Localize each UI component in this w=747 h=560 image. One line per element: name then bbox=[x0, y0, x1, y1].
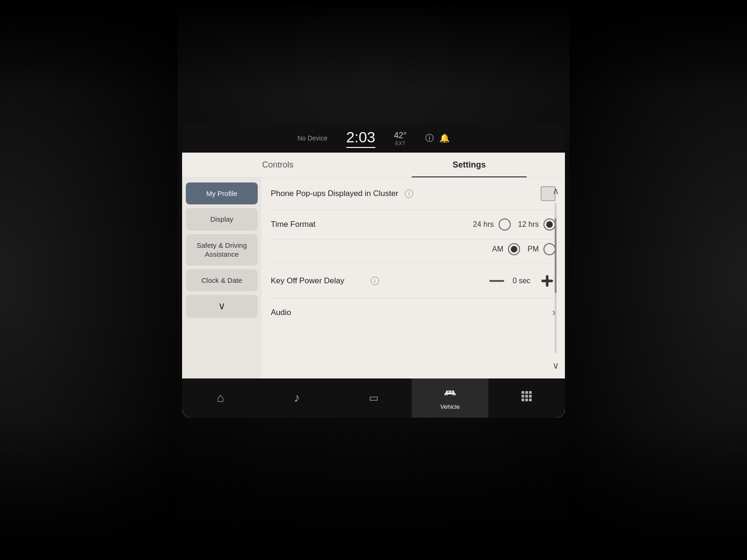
scroll-down-button[interactable]: ∨ bbox=[547, 357, 564, 374]
no-device-label: No Device bbox=[297, 134, 328, 142]
sidebar: My Profile Display Safety & Driving Assi… bbox=[182, 178, 261, 378]
svg-point-2 bbox=[446, 394, 448, 396]
phone-popups-setting: Phone Pop-ups Displayed in Cluster i bbox=[271, 178, 556, 210]
svg-rect-11 bbox=[529, 395, 532, 398]
time-format-label: Time Format bbox=[271, 220, 364, 229]
am-group: AM bbox=[492, 243, 520, 255]
apps-icon bbox=[521, 390, 533, 406]
svg-rect-12 bbox=[521, 399, 524, 401]
sidebar-item-safety-driving[interactable]: Safety & Driving Assistance bbox=[186, 234, 258, 266]
svg-rect-9 bbox=[521, 395, 524, 398]
nav-phone[interactable]: ▭ bbox=[335, 378, 412, 418]
scroll-track bbox=[555, 203, 557, 353]
chevron-down-icon: ∨ bbox=[218, 300, 226, 313]
svg-rect-6 bbox=[521, 391, 524, 394]
audio-label: Audio bbox=[271, 308, 552, 317]
time-12-label: 12 hrs bbox=[518, 220, 539, 229]
phone-icon: ▭ bbox=[369, 392, 379, 404]
time-format-controls: 24 hrs 12 hrs bbox=[473, 218, 556, 231]
svg-rect-4 bbox=[447, 391, 450, 393]
temperature-display: 42° EXT bbox=[394, 131, 407, 146]
nav-apps[interactable] bbox=[488, 378, 565, 418]
settings-content: Phone Pop-ups Displayed in Cluster i Tim… bbox=[261, 178, 565, 378]
dashboard-background: No Device 2:03 42° EXT ⓘ 🔔 Controls Sett… bbox=[0, 0, 747, 560]
phone-popups-label: Phone Pop-ups Displayed in Cluster bbox=[271, 189, 398, 198]
nav-music[interactable]: ♪ bbox=[259, 378, 335, 418]
time-24-radio[interactable] bbox=[499, 218, 511, 231]
key-off-decrease-button[interactable] bbox=[489, 280, 504, 282]
scroll-indicators: ∧ ∨ bbox=[546, 178, 565, 378]
audio-setting[interactable]: Audio › bbox=[271, 298, 556, 327]
status-bar: No Device 2:03 42° EXT ⓘ 🔔 bbox=[182, 124, 565, 153]
ampm-setting: AM PM bbox=[271, 239, 556, 264]
key-off-power-setting: Key Off Power Delay i 0 sec bbox=[271, 264, 556, 298]
temp-degrees: 42° bbox=[394, 131, 407, 140]
vehicle-icon bbox=[443, 386, 457, 400]
time-24-group: 24 hrs bbox=[473, 218, 510, 231]
svg-rect-10 bbox=[525, 395, 528, 398]
bell-icon: 🔔 bbox=[439, 133, 450, 143]
svg-rect-13 bbox=[525, 399, 528, 401]
sidebar-item-my-profile[interactable]: My Profile bbox=[186, 182, 258, 205]
main-panel: Controls Settings My Profile Display bbox=[182, 153, 565, 418]
svg-rect-14 bbox=[529, 399, 532, 401]
svg-point-3 bbox=[452, 394, 454, 396]
tab-controls[interactable]: Controls bbox=[182, 153, 374, 177]
temp-unit: EXT bbox=[394, 140, 407, 146]
left-dash-panel bbox=[0, 0, 177, 560]
key-off-power-label: Key Off Power Delay bbox=[271, 276, 364, 286]
svg-rect-7 bbox=[525, 391, 528, 394]
infotainment-screen: No Device 2:03 42° EXT ⓘ 🔔 Controls Sett… bbox=[182, 124, 565, 418]
music-icon: ♪ bbox=[294, 391, 300, 405]
key-off-info-icon[interactable]: i bbox=[371, 277, 379, 285]
sidebar-scroll-down[interactable]: ∨ bbox=[186, 295, 258, 318]
bottom-dash-panel bbox=[0, 420, 747, 560]
nav-home[interactable]: ⌂ bbox=[182, 378, 259, 418]
am-radio[interactable] bbox=[508, 243, 520, 255]
status-icons: ⓘ 🔔 bbox=[425, 133, 450, 144]
home-icon: ⌂ bbox=[217, 391, 224, 405]
tab-bar: Controls Settings bbox=[182, 153, 565, 178]
pm-label: PM bbox=[528, 245, 539, 253]
bottom-nav: ⌂ ♪ ▭ bbox=[182, 378, 565, 418]
time-format-setting: Time Format 24 hrs 12 hrs bbox=[271, 210, 556, 239]
sidebar-item-display[interactable]: Display bbox=[186, 208, 258, 231]
tab-settings[interactable]: Settings bbox=[374, 153, 565, 177]
content-area: My Profile Display Safety & Driving Assi… bbox=[182, 178, 565, 378]
nav-vehicle[interactable]: Vehicle bbox=[412, 378, 488, 418]
key-off-stepper: 0 sec bbox=[489, 273, 556, 289]
svg-rect-5 bbox=[451, 391, 453, 393]
time-display: 2:03 bbox=[346, 129, 375, 148]
right-dash-panel bbox=[570, 0, 747, 560]
phone-popups-info-icon[interactable]: i bbox=[405, 189, 413, 198]
settings-inner: Phone Pop-ups Displayed in Cluster i Tim… bbox=[261, 178, 565, 327]
svg-rect-8 bbox=[529, 391, 532, 394]
scroll-up-button[interactable]: ∧ bbox=[547, 182, 564, 199]
sidebar-item-clock-date[interactable]: Clock & Date bbox=[186, 269, 258, 292]
top-dash-panel bbox=[0, 0, 747, 93]
info-circle-icon: ⓘ bbox=[425, 133, 434, 144]
key-off-power-controls: 0 sec bbox=[489, 273, 556, 289]
vehicle-label: Vehicle bbox=[440, 403, 460, 410]
key-off-value: 0 sec bbox=[510, 277, 533, 285]
scroll-thumb bbox=[555, 218, 557, 293]
am-label: AM bbox=[492, 245, 503, 253]
time-24-label: 24 hrs bbox=[473, 220, 493, 229]
